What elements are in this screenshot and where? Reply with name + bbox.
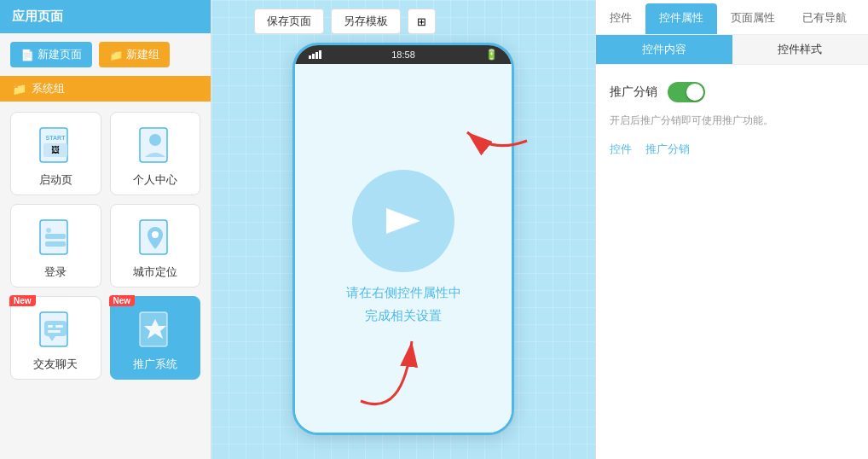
page-item-chat[interactable]: New 交友聊天 xyxy=(10,296,101,380)
phone-area: 保存页面 另存模板 ⊞ 18:58 🔋 请在右侧控件属性中 xyxy=(211,0,595,459)
arrow-circle xyxy=(352,170,454,272)
svg-rect-16 xyxy=(55,325,63,328)
phone-body: 请在右侧控件属性中 完成相关设置 xyxy=(295,64,512,433)
phone-time: 18:58 xyxy=(391,49,415,60)
widget-info-value: 推广分销 xyxy=(645,142,690,155)
sub-tabs: 控件内容 控件样式 xyxy=(596,35,868,65)
sub-tab-style[interactable]: 控件样式 xyxy=(732,35,869,64)
city-icon xyxy=(133,215,177,259)
page-label-login: 登录 xyxy=(44,264,67,280)
svg-rect-15 xyxy=(48,325,53,328)
group-label: 📁 系统组 xyxy=(0,76,211,102)
page-label-start: 启动页 xyxy=(39,172,72,188)
phone-hint: 请在右侧控件属性中 完成相关设置 xyxy=(346,281,461,327)
profile-icon xyxy=(133,123,177,167)
tab-widget[interactable]: 控件 xyxy=(596,3,645,34)
sub-tab-content[interactable]: 控件内容 xyxy=(596,35,732,64)
save-page-button[interactable]: 保存页面 xyxy=(254,9,324,34)
new-page-button[interactable]: 📄 新建页面 xyxy=(10,42,92,67)
new-group-button[interactable]: 📁 新建组 xyxy=(99,42,170,67)
promo-hint-text: 开启后推广分销即可使用推广功能。 xyxy=(610,113,854,128)
tab-widget-props-label: 控件属性 xyxy=(659,11,703,24)
new-badge-chat: New xyxy=(9,295,36,306)
svg-rect-17 xyxy=(48,330,61,333)
svg-marker-20 xyxy=(386,208,420,234)
svg-text:🖼: 🖼 xyxy=(51,145,60,154)
page-item-profile[interactable]: 个人中心 xyxy=(110,112,201,195)
sub-tab-content-label: 控件内容 xyxy=(642,43,686,55)
grid-icon: ⊞ xyxy=(417,15,426,28)
tab-widget-label: 控件 xyxy=(610,11,632,24)
tab-page-props-label: 页面属性 xyxy=(731,11,775,24)
promo-icon xyxy=(133,307,177,352)
svg-point-11 xyxy=(152,231,159,238)
start-icon: START 🖼 xyxy=(33,123,78,167)
sub-tab-style-label: 控件样式 xyxy=(778,43,822,55)
svg-text:START: START xyxy=(46,135,67,141)
hint-line2: 完成相关设置 xyxy=(365,308,442,322)
sidebar: 应用页面 📄 新建页面 📁 新建组 📁 系统组 START 🖼 启动页 xyxy=(0,0,211,459)
page-item-city[interactable]: 城市定位 xyxy=(110,204,201,288)
chat-icon xyxy=(33,307,78,352)
toggle-knob xyxy=(686,84,703,101)
new-page-icon: 📄 xyxy=(20,49,34,61)
page-item-login[interactable]: 登录 xyxy=(10,204,101,288)
tab-nav[interactable]: 已有导航 xyxy=(789,3,860,34)
svg-rect-8 xyxy=(45,241,66,247)
page-label-chat: 交友聊天 xyxy=(33,357,78,372)
phone-frame: 18:58 🔋 请在右侧控件属性中 完成相关设置 xyxy=(292,43,514,435)
hint-line1: 请在右侧控件属性中 xyxy=(346,285,461,299)
right-content: 推广分销 开启后推广分销即可使用推广功能。 控件 推广分销 xyxy=(596,65,868,459)
page-label-promo: 推广系统 xyxy=(133,357,177,372)
new-page-label: 新建页面 xyxy=(38,47,82,62)
save-template-button[interactable]: 另存模板 xyxy=(331,9,401,34)
widget-info-prefix: 控件 xyxy=(610,142,632,155)
group-folder-icon: 📁 xyxy=(12,82,26,96)
tab-page-props[interactable]: 页面属性 xyxy=(717,3,789,34)
right-panel: 控件 控件属性 页面属性 已有导航 控件内容 控件样式 推广分销 开启后推广分销… xyxy=(595,0,868,459)
svg-rect-7 xyxy=(45,234,66,239)
new-badge-promo: New xyxy=(109,295,136,306)
pages-grid: START 🖼 启动页 个人中心 xyxy=(0,102,211,390)
right-tabs: 控件 控件属性 页面属性 已有导航 xyxy=(596,0,868,35)
grid-view-button[interactable]: ⊞ xyxy=(408,9,436,34)
sidebar-title: 应用页面 xyxy=(0,0,211,33)
promo-toggle[interactable] xyxy=(668,82,705,102)
signal-icon xyxy=(309,50,321,59)
promo-setting-label: 推广分销 xyxy=(610,84,657,100)
new-group-icon: 📁 xyxy=(109,49,123,61)
setting-row-promo: 推广分销 xyxy=(610,82,854,102)
phone-status-bar: 18:58 🔋 xyxy=(295,45,512,64)
page-label-profile: 个人中心 xyxy=(133,172,177,188)
tab-nav-label: 已有导航 xyxy=(802,11,847,24)
sidebar-title-text: 应用页面 xyxy=(12,9,63,23)
svg-point-9 xyxy=(46,228,51,233)
battery-icon: 🔋 xyxy=(485,49,498,61)
sidebar-actions: 📄 新建页面 📁 新建组 xyxy=(0,33,211,76)
page-item-start[interactable]: START 🖼 启动页 xyxy=(10,112,101,195)
page-item-promo[interactable]: New 推广系统 xyxy=(110,296,201,380)
svg-point-5 xyxy=(149,134,161,146)
new-group-label: 新建组 xyxy=(126,47,159,62)
svg-rect-13 xyxy=(44,321,67,336)
login-icon xyxy=(33,215,78,259)
phone-toolbar: 保存页面 另存模板 ⊞ xyxy=(254,9,436,34)
tab-widget-props[interactable]: 控件属性 xyxy=(645,3,717,34)
widget-info: 控件 推广分销 xyxy=(610,142,854,157)
page-label-city: 城市定位 xyxy=(133,264,177,280)
group-label-text: 系统组 xyxy=(32,81,65,96)
